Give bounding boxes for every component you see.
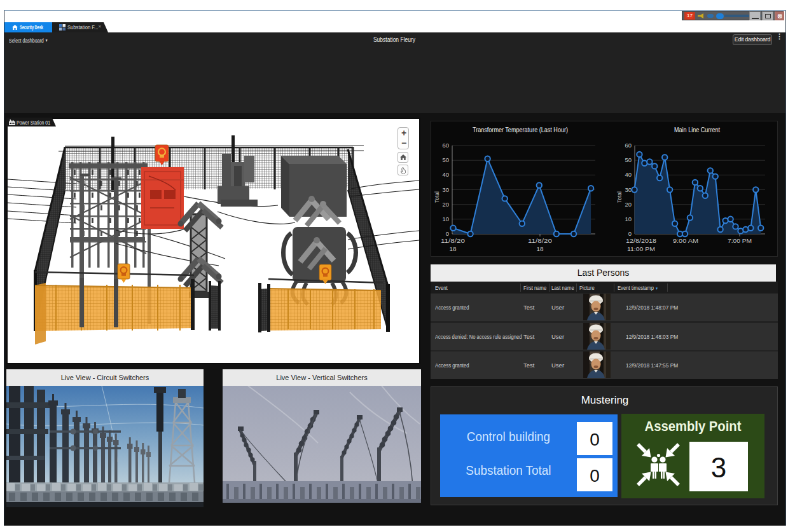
svg-text:7:00 PM: 7:00 PM [728,237,752,244]
svg-text:50: 50 [442,156,449,163]
svg-text:11/8/20: 11/8/20 [441,237,465,244]
svg-text:40: 40 [442,171,449,178]
svg-text:12/8/2018: 12/8/2018 [626,237,656,244]
svg-text:Total: Total [616,191,623,203]
svg-text:60: 60 [625,142,632,149]
svg-text:20: 20 [625,201,632,208]
svg-text:18: 18 [450,245,457,252]
svg-text:10: 10 [442,215,449,222]
svg-text:40: 40 [625,171,632,178]
svg-text:20: 20 [442,201,449,208]
svg-text:30: 30 [625,186,632,193]
svg-text:11/8/20: 11/8/20 [528,237,552,244]
svg-text:Total: Total [434,191,440,203]
svg-text:Main Line Current: Main Line Current [674,126,720,133]
svg-text:0: 0 [628,230,632,237]
svg-text:18: 18 [537,245,544,252]
svg-text:Transformer Temperature (Last: Transformer Temperature (Last Hour) [473,126,568,133]
svg-text:50: 50 [625,156,632,163]
svg-text:9:00 AM: 9:00 AM [673,237,698,244]
svg-text:0: 0 [446,230,449,237]
svg-text:11:00 PM: 11:00 PM [627,245,655,252]
svg-text:60: 60 [442,142,449,149]
svg-text:10: 10 [625,215,632,222]
svg-text:30: 30 [442,186,449,193]
